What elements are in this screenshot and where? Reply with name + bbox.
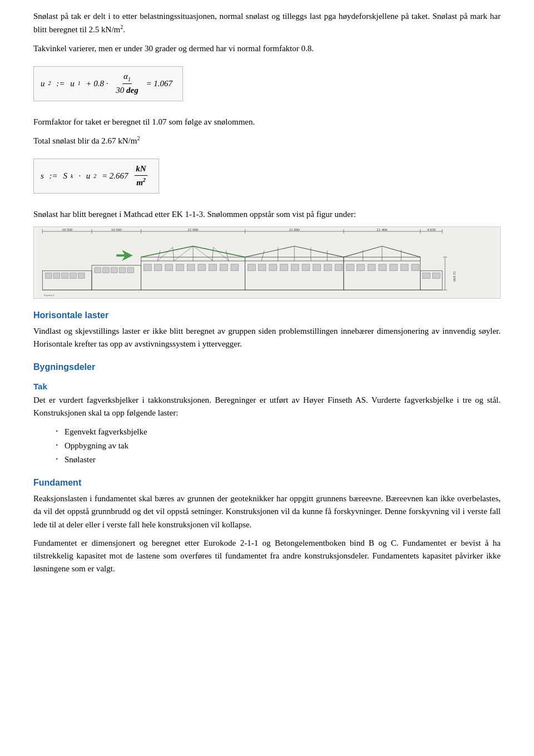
svg-text:21 800: 21 800 <box>188 228 199 231</box>
svg-rect-83 <box>368 264 375 271</box>
svg-rect-81 <box>347 264 354 271</box>
svg-text:12 830: 12 830 <box>453 271 457 281</box>
svg-rect-73 <box>335 264 343 271</box>
svg-rect-82 <box>357 264 364 271</box>
svg-rect-67 <box>269 264 277 271</box>
svg-rect-23 <box>45 273 52 278</box>
svg-rect-86 <box>400 264 408 271</box>
paragraph-5: Snølast har blitt beregnet i Mathcad ett… <box>33 208 501 221</box>
svg-text:10 500: 10 500 <box>111 228 122 231</box>
formula-1-container: u2 := u1 + 0.8 · α1 30 deg = 1.067 <box>33 61 501 109</box>
svg-rect-51 <box>187 264 195 271</box>
svg-text:4 030: 4 030 <box>427 228 436 231</box>
svg-rect-89 <box>423 273 431 278</box>
svg-rect-68 <box>280 264 288 271</box>
formula-2-box: s := Sk · u2 = 2.667 kN m2 <box>33 159 159 194</box>
svg-rect-90 <box>432 273 440 278</box>
svg-rect-49 <box>165 264 173 271</box>
bullet-item-3: Snølaster <box>56 453 501 466</box>
svg-rect-0 <box>37 227 497 298</box>
svg-rect-24 <box>53 273 60 278</box>
building-diagram: 19 500 10 500 21 800 21 800 21 400 4 030 <box>33 226 501 299</box>
svg-rect-50 <box>176 264 184 271</box>
svg-rect-53 <box>209 264 217 271</box>
svg-text:21 400: 21 400 <box>377 228 387 231</box>
formula-2-container: s := Sk · u2 = 2.667 kN m2 <box>33 153 501 201</box>
formula-1-content: u2 := u1 + 0.8 · α1 30 deg = 1.067 <box>41 70 172 97</box>
bygningsdeler-heading: Bygningsdeler <box>33 360 501 374</box>
bullet-item-1: Egenvekt fagverksbjelke <box>56 426 501 438</box>
paragraph-3: Formfaktor for taket er beregnet til 1.0… <box>33 116 501 129</box>
svg-rect-65 <box>248 264 256 271</box>
svg-rect-31 <box>119 268 126 273</box>
svg-rect-69 <box>291 264 299 271</box>
svg-rect-32 <box>127 268 134 273</box>
svg-rect-55 <box>231 264 239 271</box>
svg-rect-30 <box>111 268 117 273</box>
bullet-item-2: Oppbygning av tak <box>56 439 501 452</box>
formula-1-box: u2 := u1 + 0.8 · α1 30 deg = 1.067 <box>33 66 183 101</box>
building-svg: 19 500 10 500 21 800 21 800 21 400 4 030 <box>34 227 500 298</box>
svg-rect-71 <box>313 264 321 271</box>
svg-rect-85 <box>390 264 398 271</box>
paragraph-8: Reaksjonslasten i fundamentet skal bæres… <box>33 492 501 531</box>
fundament-heading: Fundament <box>33 476 501 490</box>
svg-rect-28 <box>95 268 101 273</box>
svg-rect-87 <box>412 264 419 271</box>
svg-text:19 500: 19 500 <box>62 228 72 231</box>
bullet-list: Egenvekt fagverksbjelke Oppbygning av ta… <box>56 426 501 467</box>
svg-rect-84 <box>379 264 387 271</box>
paragraph-1: Snølast på tak er delt i to etter belast… <box>33 10 501 37</box>
paragraph-2: Takvinkel varierer, men er under 30 grad… <box>33 42 501 55</box>
svg-rect-66 <box>258 264 266 271</box>
svg-rect-26 <box>70 273 77 278</box>
svg-rect-25 <box>62 273 68 278</box>
svg-rect-52 <box>198 264 206 271</box>
paragraph-6: Vindlast og skjevstillings laster er ikk… <box>33 325 501 351</box>
svg-rect-72 <box>324 264 332 271</box>
paragraph-9: Fundamentet er dimensjonert og beregnet … <box>33 537 501 576</box>
svg-rect-47 <box>144 264 151 271</box>
svg-rect-48 <box>154 264 162 271</box>
tak-heading: Tak <box>33 380 501 393</box>
svg-rect-29 <box>103 268 110 273</box>
svg-rect-27 <box>78 273 85 278</box>
horisontale-laster-heading: Horisontale laster <box>33 309 501 323</box>
paragraph-4-label: Total snølast blir da 2.67 kN/m2 <box>33 134 501 147</box>
svg-text:21 800: 21 800 <box>289 228 300 231</box>
formula-2-content: s := Sk · u2 = 2.667 kN m2 <box>41 162 149 190</box>
svg-text:Tegning 6: Tegning 6 <box>43 294 55 297</box>
svg-rect-54 <box>220 264 228 271</box>
paragraph-7: Det er vurdert fagverksbjelker i takkons… <box>33 394 501 420</box>
svg-rect-70 <box>302 264 310 271</box>
